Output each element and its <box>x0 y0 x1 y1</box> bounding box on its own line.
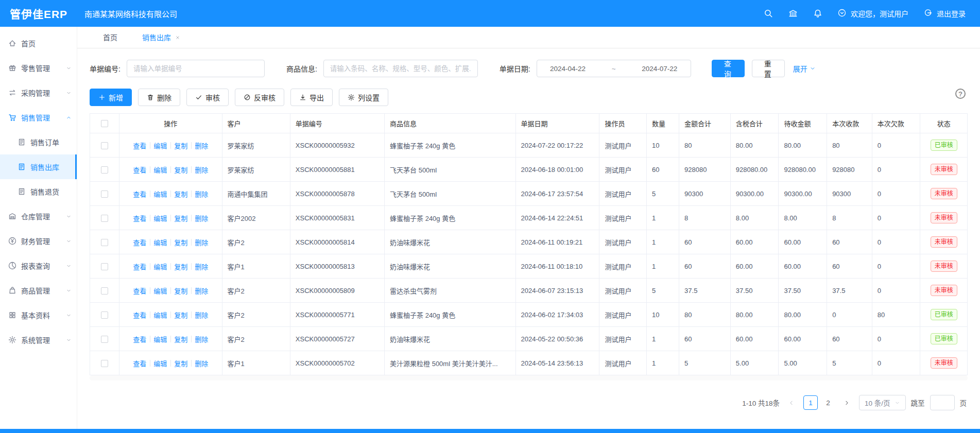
row-checkbox[interactable] <box>101 263 108 270</box>
page-number-2[interactable]: 2 <box>821 395 835 410</box>
delete-link[interactable]: 删除 <box>191 286 212 296</box>
edit-link[interactable]: 编辑 <box>150 237 170 247</box>
delete-link[interactable]: 删除 <box>191 165 212 175</box>
edit-link[interactable]: 编辑 <box>150 310 170 320</box>
select-all-checkbox[interactable] <box>101 120 108 127</box>
bank-icon[interactable] <box>788 9 798 18</box>
row-checkbox[interactable] <box>101 166 108 174</box>
view-link[interactable]: 查看 <box>129 310 150 320</box>
add-button[interactable]: 新增 <box>90 89 132 106</box>
page-number-1[interactable]: 1 <box>803 395 818 410</box>
view-link[interactable]: 查看 <box>129 334 150 344</box>
date-range-picker[interactable]: 2024-04-22 ~ 2024-07-22 <box>537 60 691 77</box>
date-cell: 2024-05-22 00:50:36 <box>515 327 599 351</box>
sidebar-item-1[interactable]: 零售管理 <box>0 56 77 80</box>
sidebar-item-6[interactable]: 销售退货 <box>0 179 77 204</box>
view-link[interactable]: 查看 <box>129 165 150 175</box>
view-link[interactable]: 查看 <box>129 213 150 223</box>
delete-link[interactable]: 删除 <box>191 237 212 247</box>
unapprove-button[interactable]: 反审核 <box>235 89 284 106</box>
horizontal-scrollbar[interactable] <box>90 375 968 380</box>
approve-button[interactable]: 审核 <box>186 89 229 106</box>
date-end-value[interactable]: 2024-07-22 <box>642 65 677 73</box>
delete-link[interactable]: 删除 <box>191 213 212 223</box>
row-checkbox[interactable] <box>101 336 108 343</box>
copy-link[interactable]: 复制 <box>170 141 191 150</box>
copy-link[interactable]: 复制 <box>170 189 191 199</box>
search-button[interactable]: 查询 <box>712 60 745 77</box>
copy-link[interactable]: 复制 <box>170 262 191 271</box>
copy-link[interactable]: 复制 <box>170 310 191 320</box>
expand-toggle[interactable]: 展开 <box>793 63 816 74</box>
delete-link[interactable]: 删除 <box>191 310 212 320</box>
edit-link[interactable]: 编辑 <box>150 189 170 199</box>
sidebar-item-10[interactable]: 商品管理 <box>0 278 77 303</box>
row-checkbox[interactable] <box>101 190 108 198</box>
delete-link[interactable]: 删除 <box>191 141 212 150</box>
next-page-button[interactable] <box>840 396 854 409</box>
sidebar-item-3[interactable]: 销售管理 <box>0 105 77 130</box>
sidebar-item-0[interactable]: 首页 <box>0 31 77 56</box>
delete-link[interactable]: 删除 <box>191 189 212 199</box>
tab-1[interactable]: 销售出库 <box>142 27 180 48</box>
view-link[interactable]: 查看 <box>129 286 150 296</box>
app-logo[interactable]: 管伊佳ERP <box>0 6 77 21</box>
copy-link[interactable]: 复制 <box>170 237 191 247</box>
edit-link[interactable]: 编辑 <box>150 334 170 344</box>
row-checkbox[interactable] <box>101 142 108 149</box>
column-settings-button[interactable]: 列设置 <box>339 89 388 106</box>
view-link[interactable]: 查看 <box>129 141 150 150</box>
search-icon[interactable] <box>764 9 773 18</box>
sidebar-item-8[interactable]: 财务管理 <box>0 229 77 253</box>
view-link[interactable]: 查看 <box>129 189 150 199</box>
bill-no-input[interactable] <box>127 60 265 77</box>
delete-link[interactable]: 删除 <box>191 262 212 271</box>
edit-link[interactable]: 编辑 <box>150 213 170 223</box>
copy-link[interactable]: 复制 <box>170 286 191 296</box>
bill-no-cell: XSCK00000005814 <box>290 230 384 254</box>
close-icon[interactable] <box>175 35 180 40</box>
qty-cell: 1 <box>646 206 679 230</box>
row-checkbox[interactable] <box>101 287 108 295</box>
export-button[interactable]: 导出 <box>290 89 333 106</box>
row-checkbox[interactable] <box>101 360 108 367</box>
view-link[interactable]: 查看 <box>129 237 150 247</box>
edit-link[interactable]: 编辑 <box>150 262 170 271</box>
copy-link[interactable]: 复制 <box>170 358 191 368</box>
row-checkbox[interactable] <box>101 239 108 246</box>
sidebar-item-4[interactable]: 销售订单 <box>0 130 77 154</box>
download-icon <box>299 94 306 101</box>
row-checkbox[interactable] <box>101 311 108 319</box>
sidebar-item-9[interactable]: 报表查询 <box>0 253 77 278</box>
edit-link[interactable]: 编辑 <box>150 358 170 368</box>
delete-link[interactable]: 删除 <box>191 334 212 344</box>
sidebar-item-2[interactable]: 采购管理 <box>0 80 77 105</box>
delete-link[interactable]: 删除 <box>191 358 212 368</box>
sidebar-item-11[interactable]: 基本资料 <box>0 303 77 327</box>
sidebar-item-7[interactable]: 仓库管理 <box>0 204 77 229</box>
reset-button[interactable]: 重置 <box>752 60 785 77</box>
date-start-value[interactable]: 2024-04-22 <box>550 65 586 73</box>
row-checkbox[interactable] <box>101 215 108 222</box>
view-link[interactable]: 查看 <box>129 262 150 271</box>
delete-button[interactable]: 删除 <box>138 89 180 106</box>
edit-link[interactable]: 编辑 <box>150 141 170 150</box>
prev-page-button[interactable] <box>785 396 798 409</box>
view-link[interactable]: 查看 <box>129 358 150 368</box>
jump-page-input[interactable] <box>930 395 955 410</box>
received-cell: 0 <box>827 303 872 327</box>
sidebar-item-5[interactable]: 销售出库 <box>0 154 77 179</box>
product-info-input[interactable] <box>323 60 478 77</box>
logout-button[interactable]: 退出登录 <box>924 8 966 19</box>
sidebar-item-12[interactable]: 系统管理 <box>0 327 77 352</box>
edit-link[interactable]: 编辑 <box>150 286 170 296</box>
copy-link[interactable]: 复制 <box>170 165 191 175</box>
page-size-select[interactable]: 10 条/页 <box>859 395 906 410</box>
bell-icon[interactable] <box>813 9 822 18</box>
copy-link[interactable]: 复制 <box>170 213 191 223</box>
help-icon[interactable]: ? <box>955 89 966 99</box>
welcome-user[interactable]: 欢迎您，测试用户 <box>838 8 908 19</box>
tab-0[interactable]: 首页 <box>103 27 117 48</box>
edit-link[interactable]: 编辑 <box>150 165 170 175</box>
copy-link[interactable]: 复制 <box>170 334 191 344</box>
